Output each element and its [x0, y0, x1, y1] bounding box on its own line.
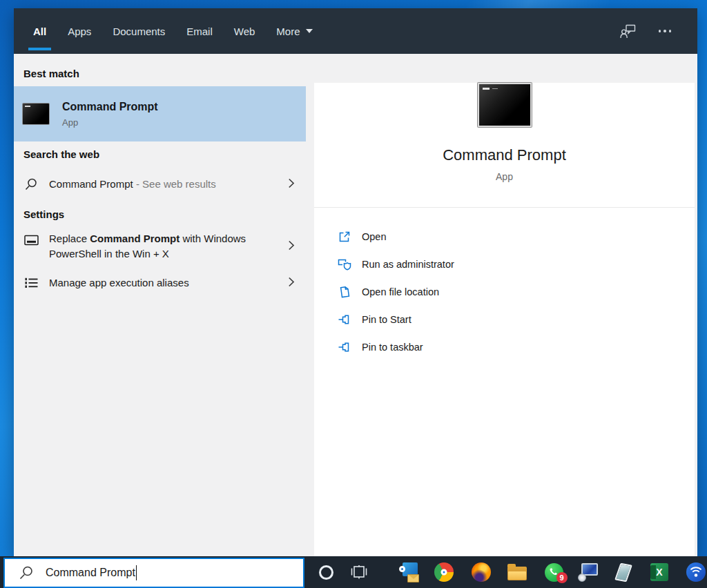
taskbar-search-input[interactable]: Command Prompt: [3, 558, 304, 588]
tab-email-label: Email: [186, 26, 213, 37]
results-list: Best match Command Prompt App Search the…: [14, 54, 306, 556]
settings-result-aliases[interactable]: Manage app execution aliases: [14, 266, 306, 300]
notification-badge: 9: [556, 572, 568, 583]
filter-tabs: All Apps Documents Email Web More: [14, 8, 313, 54]
action-run-as-administrator[interactable]: Run as administrator: [314, 251, 695, 278]
tablet-app-icon[interactable]: [610, 556, 637, 588]
search-icon: [23, 177, 39, 191]
more-options-button[interactable]: [659, 30, 672, 32]
search-header: All Apps Documents Email Web More: [14, 8, 697, 54]
chevron-right-icon: [288, 240, 295, 253]
preview-subtitle: App: [314, 171, 695, 182]
preview-pane: Command Prompt App Open: [306, 54, 697, 556]
web-result-text: Command Prompt - See web results: [49, 177, 216, 192]
tab-documents-label: Documents: [113, 26, 165, 37]
action-open-file-location[interactable]: Open file location: [314, 278, 695, 306]
settings-heading: Settings: [14, 202, 306, 227]
excel-icon[interactable]: X: [646, 556, 673, 588]
tab-email[interactable]: Email: [186, 8, 213, 54]
remote-desktop-icon[interactable]: [575, 556, 603, 588]
action-open[interactable]: Open: [314, 223, 695, 251]
tab-more[interactable]: More: [276, 8, 312, 54]
whatsapp-icon[interactable]: 9: [540, 556, 568, 588]
command-prompt-icon: [22, 103, 50, 125]
file-explorer-icon[interactable]: [503, 556, 531, 588]
best-match-title: Command Prompt: [62, 101, 158, 113]
shield-icon: [338, 258, 351, 271]
tab-all[interactable]: All: [33, 8, 46, 54]
action-list: Open Run as administrator: [314, 223, 695, 361]
action-pin-to-start[interactable]: Pin to Start: [314, 306, 695, 333]
tab-apps[interactable]: Apps: [68, 8, 91, 54]
tab-documents[interactable]: Documents: [113, 8, 165, 54]
action-pin-to-taskbar[interactable]: Pin to taskbar: [314, 333, 695, 361]
tab-more-label: More: [276, 26, 300, 37]
tab-apps-label: Apps: [68, 26, 91, 37]
search-input-value: Command Prompt: [46, 567, 135, 579]
chevron-right-icon: [288, 178, 295, 191]
cortana-icon[interactable]: [312, 556, 340, 588]
pin-icon: [338, 313, 351, 326]
best-match-heading: Best match: [14, 61, 306, 86]
search-results-area: Best match Command Prompt App Search the…: [14, 54, 697, 556]
desktop-background: All Apps Documents Email Web More: [0, 0, 707, 588]
settings-aliases-text: Manage app execution aliases: [49, 275, 189, 291]
pin-icon: [338, 341, 351, 353]
divider: [314, 207, 695, 208]
command-prompt-icon-large: [478, 83, 532, 127]
active-tab-underline: [28, 48, 51, 50]
best-match-result[interactable]: Command Prompt App: [14, 86, 306, 141]
open-icon: [338, 231, 351, 243]
tab-all-label: All: [33, 26, 46, 37]
search-icon: [19, 565, 34, 580]
text-cursor: [136, 565, 137, 580]
file-location-icon: [338, 286, 351, 298]
preview-card: Command Prompt App Open: [314, 83, 695, 573]
header-actions: [620, 24, 698, 39]
tab-web-label: Web: [234, 26, 255, 37]
mobile-hotspot-icon[interactable]: [682, 556, 707, 588]
task-view-icon[interactable]: [345, 556, 373, 588]
web-search-result[interactable]: Command Prompt - See web results: [14, 167, 306, 202]
chevron-down-icon: [306, 29, 313, 33]
firefox-icon[interactable]: [467, 556, 495, 588]
preview-title: Command Prompt: [314, 146, 695, 164]
search-web-heading: Search the web: [14, 141, 306, 167]
settings-result-replace-cmd[interactable]: Replace Command Prompt with Windows Powe…: [14, 227, 306, 266]
outlook-icon[interactable]: [396, 556, 423, 588]
feedback-icon[interactable]: [620, 24, 636, 39]
list-icon: [23, 277, 39, 288]
chrome-icon[interactable]: [430, 556, 458, 588]
tab-web[interactable]: Web: [234, 8, 255, 54]
chevron-right-icon: [288, 277, 295, 290]
search-flyout-window: All Apps Documents Email Web More: [14, 8, 697, 556]
window-setting-icon: [23, 235, 39, 246]
settings-replace-text: Replace Command Prompt with Windows Powe…: [49, 231, 256, 262]
best-match-subtitle: App: [62, 117, 158, 128]
